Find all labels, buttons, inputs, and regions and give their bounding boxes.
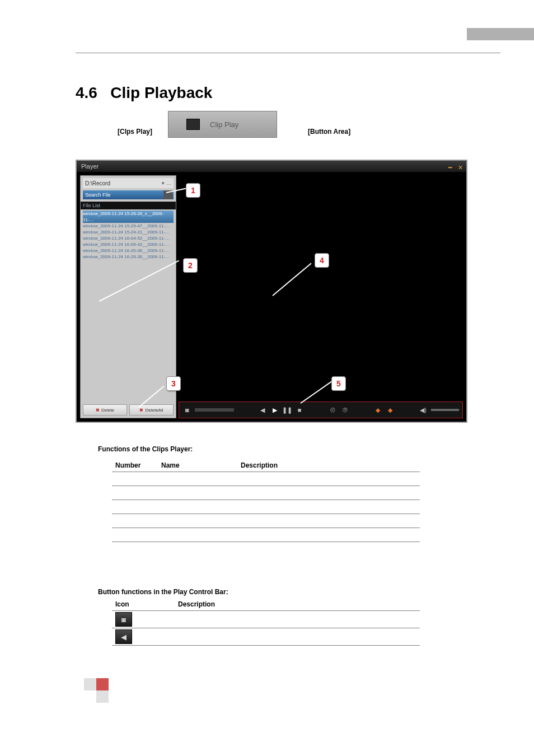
- clip-play-button-label: Clip Play: [210, 120, 238, 129]
- player-preview-area: [179, 175, 463, 399]
- clips-play-button-row: [Clps Play] Clip Play [Button Area]: [76, 111, 458, 140]
- pause-icon[interactable]: ❚❚: [283, 405, 292, 414]
- delete-all-button[interactable]: ✖DeleteAll: [129, 404, 174, 416]
- footer-squares: [84, 678, 109, 703]
- header-rule: [76, 53, 500, 53]
- table-row: 4 Preview Display the playing video.: [112, 514, 420, 528]
- table-row: 5 Play Control Bar Play control bar.: [112, 528, 420, 542]
- file-list-header: File List: [81, 202, 176, 209]
- player-body: D:\Record ▾ … Search File File List wind…: [77, 172, 466, 422]
- section-title: 4.6 Clip Playback: [76, 84, 212, 102]
- search-file-label: Search File: [85, 192, 111, 198]
- button-functions-table: Icon Description ◙ Snapshot the current …: [112, 598, 420, 646]
- button-functions-caption: Button functions in the Play Control Bar…: [98, 588, 228, 596]
- player-window: Player ━ ✕ D:\Record ▾ … Search File Fil…: [76, 160, 467, 423]
- list-item[interactable]: window_2009-11-24 16-28-30__2009-11-…: [83, 254, 174, 260]
- progress-bar[interactable]: [195, 408, 234, 412]
- callout-5: 5: [331, 376, 346, 391]
- col-name: Name: [158, 459, 237, 472]
- table-row: 3 Delete/Delete All Delete the selected …: [112, 500, 420, 514]
- table-row: 1 Directory Path Open the directory wher…: [112, 472, 420, 486]
- functions-table: Number Name Description 1 Directory Path…: [112, 459, 420, 542]
- play-icon[interactable]: ▶: [270, 405, 279, 414]
- list-item[interactable]: window_2009-11-24 16-09-42__2009-11-…: [83, 241, 174, 248]
- player-sidebar: D:\Record ▾ … Search File File List wind…: [80, 175, 176, 418]
- browse-button[interactable]: ▾ …: [162, 180, 171, 186]
- frame-back-icon[interactable]: ⧀: [328, 405, 337, 414]
- section-heading: Clip Playback: [110, 84, 212, 101]
- callout-4: 4: [315, 253, 329, 268]
- directory-path-text: D:\Record: [85, 180, 110, 186]
- x-icon: ✖: [139, 408, 143, 413]
- film-icon: [186, 119, 200, 130]
- list-item[interactable]: window_2009-11-24 16-04-52__2009-11-…: [83, 235, 174, 241]
- volume-slider[interactable]: [431, 409, 459, 411]
- col-description: Description: [175, 598, 420, 611]
- window-buttons: ━ ✕: [446, 162, 464, 170]
- play-reverse-icon[interactable]: ◀: [258, 405, 267, 414]
- clips-play-right-label: [Button Area]: [308, 128, 350, 136]
- delete-button[interactable]: ✖Delete: [83, 404, 127, 416]
- frame-fwd-icon[interactable]: ⧁: [340, 405, 349, 414]
- snapshot-icon[interactable]: ◙: [182, 405, 191, 414]
- callout-2: 2: [183, 258, 198, 273]
- mute-icon[interactable]: ◀): [419, 405, 428, 414]
- col-description: Description: [237, 459, 420, 472]
- table-row: ◀ Play Reverse. Click again to stop.: [112, 628, 420, 646]
- directory-path-input[interactable]: D:\Record ▾ …: [83, 178, 174, 188]
- list-item[interactable]: window_2009-11-24 15-24-21__2009-11-…: [83, 229, 174, 235]
- col-icon: Icon: [112, 598, 175, 611]
- header-color-bar: [467, 28, 534, 40]
- next-file-icon[interactable]: ◆: [386, 405, 395, 414]
- player-title: Player: [81, 163, 99, 170]
- table-row: 2 File List Show all the video files in …: [112, 486, 420, 500]
- clip-play-button[interactable]: Clip Play: [168, 111, 277, 138]
- file-list[interactable]: window_2009-11-24 15-28-26_x__2009-11-… …: [81, 209, 176, 260]
- player-titlebar: Player ━ ✕: [77, 161, 466, 172]
- play-control-bar: ◙ ◀ ▶ ❚❚ ■ ⧀ ⧁ ◆ ◆ ◀): [179, 402, 463, 418]
- stop-icon[interactable]: ■: [295, 405, 304, 414]
- play-reverse-icon: ◀: [115, 629, 132, 644]
- functions-caption: Functions of the Clips Player:: [98, 445, 193, 453]
- list-item[interactable]: window_2009-11-24 15-29-47__2009-11-…: [83, 223, 174, 229]
- callout-1: 1: [186, 183, 200, 198]
- snapshot-icon: ◙: [115, 612, 132, 627]
- minimize-icon[interactable]: ━: [446, 162, 454, 170]
- table-header-row: Icon Description: [112, 598, 420, 611]
- callout-3: 3: [166, 376, 181, 391]
- page: 4.6 Clip Playback [Clps Play] Clip Play …: [0, 0, 534, 756]
- sidebar-bottom-buttons: ✖Delete ✖DeleteAll: [83, 404, 174, 416]
- section-number: 4.6: [76, 84, 97, 101]
- col-number: Number: [112, 459, 158, 472]
- close-icon[interactable]: ✕: [456, 162, 464, 170]
- list-item[interactable]: window_2009-11-24 15-28-26_x__2009-11-…: [83, 211, 174, 223]
- search-file-bar[interactable]: Search File: [83, 190, 174, 199]
- table-header-row: Number Name Description: [112, 459, 420, 472]
- prev-file-icon[interactable]: ◆: [373, 405, 382, 414]
- clips-play-left-label: [Clps Play]: [118, 128, 152, 136]
- list-item[interactable]: window_2009-11-24 16-20-06__2009-11-…: [83, 248, 174, 254]
- x-icon: ✖: [96, 408, 100, 413]
- table-row: ◙ Snapshot the current screen and save i…: [112, 611, 420, 628]
